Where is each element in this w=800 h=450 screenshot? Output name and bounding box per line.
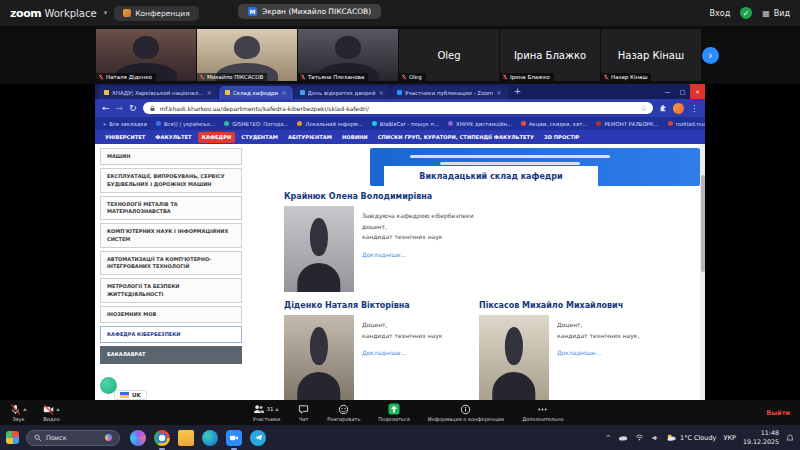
tab-close-icon[interactable]: × <box>379 89 384 97</box>
edge-icon[interactable] <box>202 430 218 446</box>
forward-icon[interactable]: → <box>116 104 124 113</box>
reactions-button[interactable]: Реагировать <box>327 403 360 422</box>
widgets-icon[interactable] <box>6 431 19 444</box>
back-icon[interactable]: ← <box>102 104 110 113</box>
zoom-app-icon[interactable] <box>226 430 242 446</box>
sidebar-department-item[interactable]: МЕТРОЛОГІЇ ТА БЕЗПЕКИ ЖИТТЄДІЯЛЬНОСТІ <box>100 278 242 303</box>
participant-tile[interactable]: Татьяна Плеханова <box>298 29 398 81</box>
bookmark-item[interactable]: РЕМОНТ РАЗБОРК... <box>596 121 658 127</box>
language-switcher[interactable]: UK <box>114 390 147 400</box>
chat-icon <box>298 404 309 415</box>
notifications-icon[interactable] <box>786 434 794 442</box>
weather-widget[interactable]: 1°C Cloudy <box>666 433 716 442</box>
participant-tile[interactable]: Ірина Блажко Ірина Блажко <box>500 29 600 81</box>
audio-control[interactable]: Звук <box>10 403 27 422</box>
cloud-icon[interactable] <box>618 434 628 441</box>
signin-button[interactable]: Вход <box>710 9 731 18</box>
taskbar-search[interactable]: Поиск <box>26 430 120 446</box>
profile-avatar[interactable] <box>673 103 684 114</box>
browser-menu-icon[interactable]: ⋮ <box>690 104 698 113</box>
minimize-button[interactable]: — <box>660 84 675 99</box>
participant-tile[interactable]: Oleg Oleg <box>399 29 499 81</box>
sidebar-department-item[interactable]: КАФЕДРА КІБЕРБЕЗПЕКИ <box>100 326 242 343</box>
new-tab-button[interactable]: + <box>514 86 522 96</box>
sidebar-department-item[interactable]: ТЕХНОЛОГІЇ МЕТАЛІВ ТА МАТЕРІАЛОЗНАВСТВА <box>100 196 242 221</box>
details-link[interactable]: Докладніше... <box>362 349 442 356</box>
volume-icon[interactable] <box>651 434 659 442</box>
browser-tab[interactable]: ХНАДУ| Харківський націонал... × <box>98 86 218 99</box>
sidebar-department-item[interactable]: МАШИН <box>100 148 242 165</box>
bookmark-item[interactable]: Акции, скидки, кат... <box>521 121 588 127</box>
audio-options-icon[interactable] <box>23 408 27 411</box>
participants-button[interactable]: 31 Участники <box>253 403 281 422</box>
browser-tab[interactable]: Участники публикации - Zoom × <box>391 86 508 99</box>
tab-conference[interactable]: Конференция <box>114 6 199 21</box>
departments-sidebar: UK МАШИН ЕКСПЛУАТАЦІЇ, ВИПРОБУВАНЬ, СЕРВ… <box>100 148 242 400</box>
participant-tile[interactable]: Михайло ПІКСАСОВ <box>197 29 297 81</box>
leave-button[interactable]: Выйти <box>766 409 790 417</box>
site-nav-item[interactable]: АБІТУРІЄНТАМ <box>284 132 336 143</box>
page-scrollbar[interactable] <box>700 144 705 400</box>
site-nav-item[interactable]: СТУДЕНТАМ <box>237 132 282 143</box>
smiley-icon <box>338 404 349 415</box>
security-shield-icon[interactable]: ✓ <box>740 7 752 19</box>
participant-tile[interactable]: Наталя Діденко <box>96 29 196 81</box>
reload-icon[interactable]: ↻ <box>129 104 137 113</box>
details-link[interactable]: Докладніше... <box>557 349 639 356</box>
tab-close-icon[interactable]: × <box>206 89 211 97</box>
chrome-icon[interactable] <box>154 430 170 446</box>
staff-photo <box>284 315 354 400</box>
tab-close-icon[interactable]: × <box>496 89 501 97</box>
tab-close-icon[interactable]: × <box>281 89 286 97</box>
site-nav-item[interactable]: КАФЕДРИ <box>198 132 236 143</box>
bookmark-item[interactable]: BlaBlaCar - пошук п... <box>372 121 439 127</box>
language-indicator[interactable]: УКР <box>723 434 736 442</box>
site-navigation: УНІВЕРСИТЕТ ФАКУЛЬТЕТ КАФЕДРИ СТУДЕНТАМ … <box>95 130 705 144</box>
chat-button[interactable]: Чат <box>298 403 309 422</box>
site-nav-item[interactable]: 3D ПРОСТІР <box>540 132 583 143</box>
sidebar-department-item[interactable]: ЕКСПЛУАТАЦІЇ, ВИПРОБУВАНЬ, СЕРВІСУ БУДІВ… <box>100 168 242 193</box>
scrollbar-thumb[interactable] <box>701 175 705 272</box>
view-button[interactable]: ▦ Вид <box>762 9 790 18</box>
maximize-button[interactable]: □ <box>675 84 690 99</box>
wifi-icon[interactable] <box>635 434 644 441</box>
bookmark-item[interactable]: Все)) | українськ... <box>156 121 215 127</box>
bookmark-item[interactable]: rozklad.nuczu.edu.ua <box>668 121 705 127</box>
share-button[interactable]: Поделиться <box>378 403 409 422</box>
tab-shared-screen[interactable]: M Экран (Михайло ПІКСАСОВ) <box>238 4 381 19</box>
browser-tab[interactable]: День відкритих дверей × <box>294 86 390 99</box>
zoom-logo: zoomWorkplace <box>10 7 97 20</box>
sidebar-department-item[interactable]: КОМП'ЮТЕРНИХ НАУК І ІНФОРМАЦІЙНИХ СИСТЕМ <box>100 223 242 248</box>
chevron-down-icon[interactable]: ▾ <box>104 9 108 17</box>
bookmark-item[interactable]: GISMETEO: Погода... <box>224 121 288 127</box>
participants-options-icon[interactable] <box>275 408 279 411</box>
copilot-icon[interactable] <box>130 430 146 446</box>
site-nav-item[interactable]: ФАКУЛЬТЕТ <box>151 132 195 143</box>
more-button[interactable]: Дополнительно <box>522 403 563 422</box>
close-button[interactable]: × <box>690 84 705 99</box>
participant-tile[interactable]: Назар Кінаш Назар Кінаш <box>601 29 701 81</box>
meeting-info-button[interactable]: Информация о конференции <box>428 403 504 422</box>
site-nav-item[interactable]: НОВИНИ <box>338 132 372 143</box>
bookmark-item[interactable]: Локальний інформ... <box>297 121 362 127</box>
bookmark-star-icon[interactable]: ☆ <box>640 104 647 113</box>
sidebar-department-item[interactable]: АВТОМАТИЗАЦІЇ ТА КОМП'ЮТЕРНО-ІНТЕГРОВАНИ… <box>100 251 242 276</box>
extensions-icon[interactable] <box>659 104 667 112</box>
all-bookmarks-button[interactable]: » Все закладки <box>103 121 147 127</box>
video-control[interactable]: Видео <box>43 403 60 422</box>
browser-tab[interactable]: Склад кафедри × <box>219 86 293 99</box>
site-nav-item[interactable]: СПИСКИ ГРУП, КУРАТОРИ, СТИПЕНДІЇ ФАКУЛЬТ… <box>374 132 538 143</box>
details-link[interactable]: Докладніше... <box>362 251 474 258</box>
sidebar-department-item[interactable]: БАКАЛАВРАТ <box>100 346 242 363</box>
bookmark-item[interactable]: ХНУРЕ дистанційн... <box>448 121 512 127</box>
telegram-icon[interactable] <box>250 430 266 446</box>
next-participants-button[interactable]: › <box>702 47 719 64</box>
address-bar[interactable]: mf.khadi.kharkov.ua/departments/kafedra-… <box>143 102 653 114</box>
taskbar-clock[interactable]: 11:48 19.12.2025 <box>743 429 779 446</box>
mic-muted-icon <box>10 404 21 415</box>
site-nav-item[interactable]: УНІВЕРСИТЕТ <box>101 132 149 143</box>
url-text[interactable]: mf.khadi.kharkov.ua/departments/kafedra-… <box>160 105 637 112</box>
tray-expand-icon[interactable]: ^ <box>605 434 611 442</box>
folder-icon[interactable] <box>178 430 194 446</box>
sidebar-department-item[interactable]: ІНОЗЕМНИХ МОВ <box>100 306 242 323</box>
